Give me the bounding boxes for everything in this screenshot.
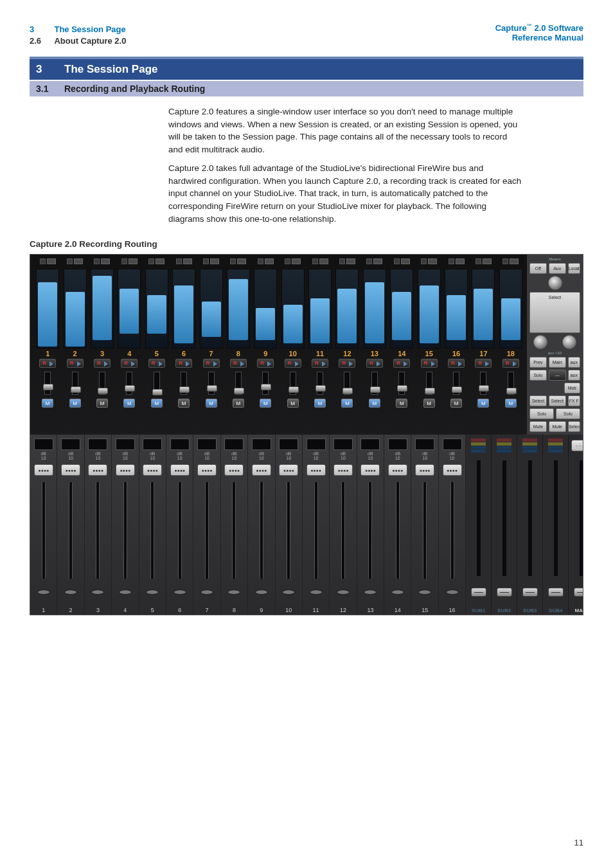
mute-button[interactable]: M <box>314 399 326 408</box>
channel-fader[interactable] <box>205 482 209 579</box>
record-arm-button[interactable] <box>285 359 301 368</box>
fader-cap-icon[interactable] <box>283 590 294 594</box>
channel-fader[interactable] <box>368 482 372 579</box>
sub-fader[interactable] <box>502 460 506 576</box>
channel-fader[interactable] <box>232 482 236 579</box>
fader-cap-icon[interactable] <box>65 590 76 594</box>
sub-fader[interactable] <box>477 460 481 576</box>
fader-cap-icon[interactable] <box>256 590 267 594</box>
solo-button-2[interactable]: Solo <box>529 408 554 419</box>
pan-knob[interactable]: ●●●● <box>360 464 380 476</box>
mute-button[interactable]: M <box>178 399 190 408</box>
fader-slot[interactable] <box>262 372 269 395</box>
fader-cap-icon[interactable] <box>337 590 349 594</box>
channel-fader[interactable] <box>341 482 345 579</box>
channel-fader[interactable] <box>423 482 427 579</box>
meters-aux-button[interactable]: Aux <box>549 263 566 274</box>
channel-fader[interactable] <box>314 482 318 579</box>
fader-slot[interactable] <box>480 372 486 395</box>
select-button-4[interactable]: Select <box>568 421 580 432</box>
fader-slot[interactable] <box>72 372 78 395</box>
sub-fader[interactable] <box>554 460 558 576</box>
sub-fader[interactable] <box>528 460 532 576</box>
fader-slot[interactable] <box>154 372 160 395</box>
fader-cap-icon[interactable] <box>497 588 512 597</box>
fader-slot[interactable] <box>453 372 459 395</box>
pan-knob[interactable]: ●●●● <box>415 464 434 476</box>
channel-fader[interactable] <box>260 482 263 579</box>
mute-button[interactable]: M <box>396 399 407 408</box>
main-knob[interactable]: ●●●● <box>571 440 583 451</box>
mute-button[interactable]: M <box>287 399 299 408</box>
knob-left[interactable] <box>533 335 547 349</box>
fader-cap-icon[interactable] <box>310 590 322 594</box>
record-arm-button[interactable] <box>175 359 192 368</box>
pan-knob[interactable]: ●●●● <box>61 464 80 476</box>
pan-knob[interactable]: ●●●● <box>197 464 217 476</box>
fader-cap-icon[interactable] <box>548 588 564 597</box>
record-arm-button[interactable] <box>421 359 438 368</box>
record-arm-button[interactable] <box>366 359 383 368</box>
record-arm-button[interactable] <box>67 359 84 368</box>
pan-knob[interactable]: ●●●● <box>279 464 298 476</box>
fader-slot[interactable] <box>235 372 242 395</box>
pan-knob[interactable]: ●●●● <box>252 464 271 476</box>
channel-fader[interactable] <box>42 482 46 579</box>
record-arm-button[interactable] <box>257 359 274 368</box>
channel-fader[interactable] <box>450 482 454 579</box>
main-fader[interactable] <box>580 460 583 576</box>
aux-mute-button[interactable]: aux Mt <box>568 370 580 381</box>
channel-fader[interactable] <box>96 482 100 579</box>
pan-knob[interactable]: ●●●● <box>88 464 107 476</box>
record-arm-button[interactable] <box>121 359 138 368</box>
fader-slot[interactable] <box>290 372 296 395</box>
mute-button[interactable]: M <box>42 399 53 408</box>
pan-knob[interactable]: ●●●● <box>170 464 190 476</box>
fader-slot[interactable] <box>508 372 514 395</box>
fader-slot[interactable] <box>398 372 405 395</box>
pan-knob[interactable]: ●●●● <box>443 464 462 476</box>
fader-cap-icon[interactable] <box>92 590 103 594</box>
pan-knob[interactable]: ●●●● <box>306 464 326 476</box>
pan-knob[interactable]: ●●●● <box>143 464 162 476</box>
fader-cap-icon[interactable] <box>120 590 131 594</box>
master-button[interactable]: Mstr <box>564 383 580 393</box>
fader-slot[interactable] <box>99 372 105 395</box>
locate-button[interactable]: Locate <box>568 263 580 274</box>
channel-fader[interactable] <box>69 482 73 579</box>
mute-button-1[interactable]: Mute <box>529 421 547 432</box>
record-arm-button[interactable] <box>393 359 410 368</box>
fader-slot[interactable] <box>181 372 187 395</box>
prev-button[interactable]: Prev <box>529 357 547 368</box>
record-arm-button[interactable] <box>312 359 328 368</box>
fader-cap-icon[interactable] <box>174 590 186 594</box>
fader-slot[interactable] <box>426 372 432 395</box>
fader-cap-icon[interactable] <box>364 590 376 594</box>
main-button[interactable]: Main <box>549 357 566 368</box>
mute-button-2[interactable]: Mute <box>549 421 566 432</box>
channel-fader[interactable] <box>287 482 290 579</box>
mute-button[interactable]: M <box>423 399 435 408</box>
mute-button[interactable]: M <box>151 399 163 408</box>
fader-cap-icon[interactable] <box>419 590 431 594</box>
fader-cap-icon[interactable] <box>522 588 538 597</box>
mute-button[interactable]: M <box>206 399 217 408</box>
record-arm-button[interactable] <box>230 359 247 368</box>
record-arm-button[interactable] <box>475 359 492 368</box>
fader-cap-icon[interactable] <box>38 590 49 594</box>
mute-button[interactable]: M <box>450 399 462 408</box>
fader-slot[interactable] <box>44 372 51 395</box>
knob-right[interactable] <box>562 335 576 349</box>
pan-knob[interactable]: ●●●● <box>224 464 244 476</box>
solo-button-1[interactable]: Solo <box>529 370 547 381</box>
mute-button[interactable]: M <box>123 399 135 408</box>
pan-knob[interactable]: ●●●● <box>388 464 407 476</box>
pan-knob[interactable]: ●●●● <box>333 464 353 476</box>
aux-to-button[interactable]: aux to <box>568 357 580 368</box>
fader-slot[interactable] <box>126 372 132 395</box>
record-arm-button[interactable] <box>448 359 465 368</box>
fader-cap-icon[interactable] <box>447 590 458 594</box>
mute-button[interactable]: M <box>369 399 380 408</box>
fader-cap-icon[interactable] <box>471 588 486 597</box>
fader-cap-icon[interactable] <box>574 588 583 597</box>
